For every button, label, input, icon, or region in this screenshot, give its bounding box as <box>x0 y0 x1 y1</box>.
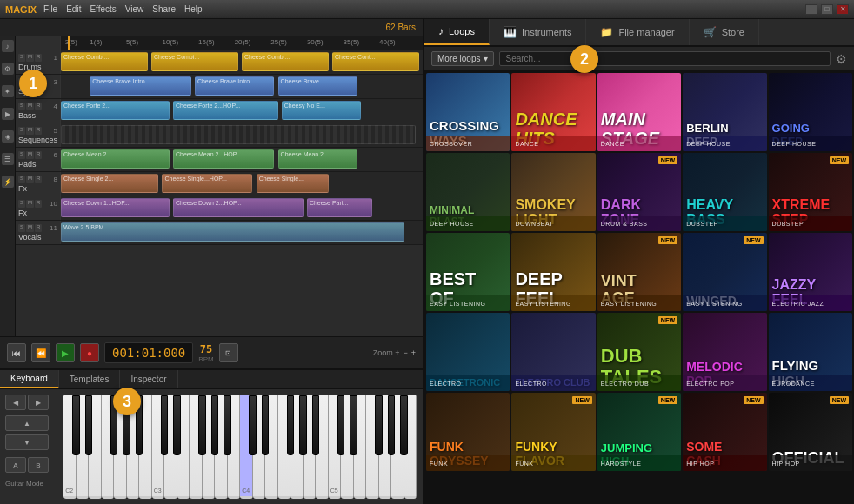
black-key[interactable] <box>249 395 256 455</box>
window-controls[interactable]: — □ ✕ <box>805 4 849 15</box>
loops-dropdown[interactable]: More loops ▾ <box>431 51 494 66</box>
mute-btn[interactable]: M <box>26 151 34 159</box>
loop-pack-minimal-blast[interactable]: minimalblast DEEP HOUSE <box>426 153 510 231</box>
zoom-plus[interactable]: + <box>411 348 416 357</box>
zoom-minus[interactable]: − <box>403 348 407 357</box>
black-key[interactable] <box>299 395 306 455</box>
side-icon-6[interactable]: ☰ <box>2 153 14 165</box>
kb-down-button[interactable]: ▼ <box>5 434 49 450</box>
tab-store[interactable]: 🛒 Store <box>690 19 759 45</box>
loop-pack-funk-odyssey[interactable]: FUNKODYSSEY FUNK <box>426 393 510 471</box>
black-key[interactable] <box>400 395 407 455</box>
clip[interactable]: Cheese Cont... <box>332 52 419 71</box>
loop-pack-heavy-bass[interactable]: heavybass DUBSTEP <box>683 153 766 231</box>
track-clips-drums[interactable]: Cheese Combi... Cheese Combi... Cheese C… <box>61 50 423 75</box>
menu-help[interactable]: Help <box>184 4 203 14</box>
solo-btn[interactable]: S <box>18 127 25 135</box>
clip[interactable]: Cheese Combi... <box>61 52 148 71</box>
mute-btn[interactable]: M <box>26 224 34 232</box>
mute-btn[interactable]: M <box>26 54 34 62</box>
loop-pack-winged[interactable]: NEW WINGED EASY LISTENING <box>683 233 766 311</box>
clip[interactable]: Cheese Brave Intro... <box>90 76 190 96</box>
loop-pack-crossing-ways[interactable]: CROSSINGWAYS CROSSOVER <box>426 73 510 151</box>
track-clips-synth[interactable]: Cheese Brave Intro... Cheese Brave Intro… <box>61 75 423 99</box>
tab-keyboard[interactable]: Keyboard <box>0 370 59 388</box>
zoom-control[interactable]: Zoom + − + <box>373 348 416 357</box>
rec-btn[interactable]: R <box>35 151 42 159</box>
solo-btn[interactable]: S <box>18 224 25 232</box>
kb-up-button[interactable]: ▲ <box>5 415 49 431</box>
loop-pack-deep-feel[interactable]: DEEPFEEL EASY LISTENING <box>511 233 595 311</box>
side-icon-5[interactable]: ◈ <box>2 130 14 143</box>
clip[interactable]: Wave 2.5 BPM... <box>61 222 404 242</box>
rec-btn[interactable]: R <box>35 176 42 183</box>
clip[interactable]: Cheese Brave Intro... <box>195 76 275 96</box>
solo-btn[interactable]: S <box>18 176 25 183</box>
black-key[interactable] <box>161 395 168 455</box>
loop-pack-xtreme-step[interactable]: NEW xtremestep DUBSTEP <box>769 153 852 231</box>
rec-btn[interactable]: R <box>35 103 42 110</box>
clip[interactable]: Cheese Single 2... <box>61 174 158 193</box>
side-icon-1[interactable]: ♪ <box>2 40 14 52</box>
clip[interactable]: Cheese Mean 2...HOP... <box>173 149 274 169</box>
black-key[interactable] <box>350 395 357 455</box>
track-clips-bass[interactable]: Cheese Forte 2... Cheese Forte 2...HOP..… <box>61 99 423 123</box>
tab-instruments[interactable]: 🎹 Instruments <box>490 19 586 45</box>
clip[interactable]: Cheese Mean 2... <box>61 149 170 169</box>
track-clips-seq[interactable] <box>61 123 423 148</box>
loop-pack-official[interactable]: NEW OFFICIAL HIP HOP <box>769 393 852 471</box>
black-key[interactable] <box>337 395 344 455</box>
rec-btn[interactable]: R <box>35 200 42 208</box>
black-key[interactable] <box>211 395 218 455</box>
menu-bar[interactable]: File Edit Effects View Share Help <box>43 4 203 14</box>
black-key[interactable] <box>224 395 230 455</box>
loop-pack-smokey-light[interactable]: SMOKEYLIGHT DOWNBEAT <box>511 153 595 231</box>
record-button[interactable]: ● <box>80 343 99 362</box>
loop-pack-going-deep[interactable]: goingdeep DEEP HOUSE <box>769 73 852 151</box>
play-button[interactable]: ▶ <box>56 343 75 362</box>
kb-a-button[interactable]: A <box>5 457 26 473</box>
clip[interactable]: Cheese Single... <box>257 174 329 193</box>
menu-edit[interactable]: Edit <box>66 4 81 14</box>
solo-btn[interactable]: S <box>18 200 25 208</box>
clip[interactable]: Cheese Single...HOP... <box>162 174 252 193</box>
solo-btn[interactable]: S <box>18 151 25 159</box>
clip[interactable] <box>61 125 416 144</box>
loop-pack-flying-high[interactable]: FLYINGHIGH EURODANCE <box>769 313 852 391</box>
track-clips-vocals[interactable]: Wave 2.5 BPM... <box>61 221 423 245</box>
search-input[interactable] <box>499 51 831 66</box>
clip[interactable]: Cheese Forte 2... <box>61 101 170 120</box>
black-key[interactable] <box>312 395 319 455</box>
loop-pack-melodic-pop[interactable]: MelodicPOP ELECTRO POP <box>683 313 766 391</box>
black-key[interactable] <box>72 395 79 455</box>
kb-b-button[interactable]: B <box>28 457 49 473</box>
minimize-button[interactable]: — <box>805 4 817 15</box>
mute-btn[interactable]: M <box>26 200 34 208</box>
loop-pack-electro-club[interactable]: ELECTRO CLUB ELECTRO <box>511 313 595 391</box>
clip[interactable]: Cheese Down 1...HOP... <box>61 198 170 217</box>
clip[interactable]: Cheese Brave... <box>278 76 358 96</box>
mute-btn[interactable]: M <box>26 176 34 183</box>
track-clips-fx1[interactable]: Cheese Single 2... Cheese Single...HOP..… <box>61 172 423 196</box>
loop-pack-berlin-deep[interactable]: BerlinDeep DEEP HOUSE <box>683 73 766 151</box>
loop-pack-funky-flavor[interactable]: NEW FunkyFLAVOR FUNK <box>511 393 595 471</box>
side-icon-3[interactable]: ✦ <box>2 85 14 97</box>
tab-templates[interactable]: Templates <box>59 370 121 388</box>
prev-button[interactable]: ⏪ <box>31 343 50 362</box>
clip[interactable]: Cheese Combi... <box>151 52 238 71</box>
maximize-button[interactable]: □ <box>821 4 833 15</box>
loop-pack-main-stage[interactable]: MAINSTAGE DANCE <box>597 73 681 151</box>
rec-btn[interactable]: R <box>35 54 42 62</box>
clip[interactable]: Cheese Mean 2... <box>278 149 358 169</box>
clip[interactable]: Cheese Forte 2...HOP... <box>173 101 278 120</box>
mute-btn[interactable]: M <box>26 103 34 110</box>
rec-btn[interactable]: R <box>35 224 42 232</box>
clip[interactable]: Cheese Part... <box>307 198 372 217</box>
solo-btn[interactable]: S <box>18 54 25 62</box>
clip[interactable]: Cheese Down 2...HOP... <box>173 198 304 217</box>
loop-pack-jazzy-feel[interactable]: JAZZYFeel ELECTRIC JAZZ <box>769 233 852 311</box>
tab-loops[interactable]: ♪ Loops <box>424 19 490 45</box>
kb-left-button[interactable]: ◀ <box>5 395 26 410</box>
black-key[interactable] <box>287 395 294 455</box>
side-icon-2[interactable]: ⚙ <box>2 63 14 75</box>
